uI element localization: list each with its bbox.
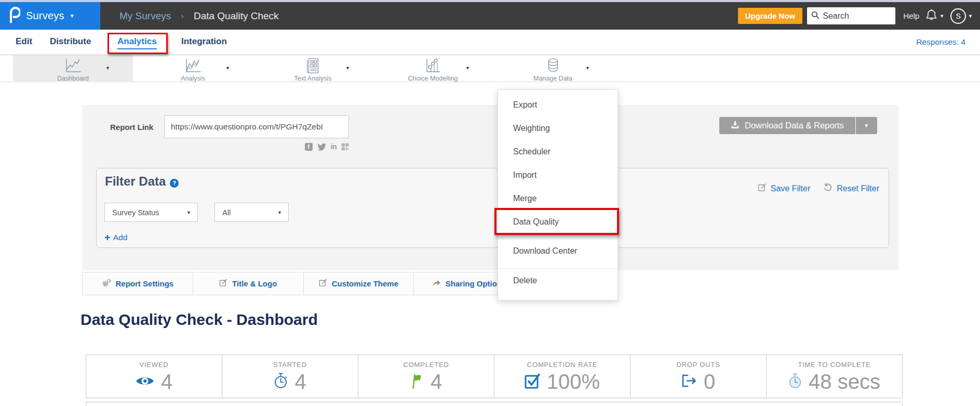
save-filter-label: Save Filter [771, 184, 810, 193]
survey-stats-row: VIEWED 4 STARTED [86, 355, 903, 398]
toolbar-item-text-analysis[interactable]: ▼ Text Analysis [253, 55, 373, 82]
linkedin-icon[interactable]: in [331, 142, 337, 151]
settings-item-label: Customize Theme [332, 279, 398, 288]
menu-item-weighting[interactable]: Weighting [498, 116, 617, 140]
responses-count[interactable]: Responses: 4 [916, 37, 965, 47]
settings-item-label: Title & Logo [232, 279, 277, 288]
stat-time-to-complete: TIME TO COMPLETE 48 secs [767, 355, 902, 398]
report-link-label: Report Link [110, 123, 153, 132]
breadcrumb-my-surveys[interactable]: My Surveys [119, 10, 171, 22]
tab-analytics[interactable]: Analytics [117, 36, 157, 49]
manage-data-menu: Export Weighting Scheduler Import Merge … [498, 89, 618, 300]
edit-pencil-icon [219, 279, 227, 289]
menu-item-delete[interactable]: Delete [498, 269, 617, 293]
notifications-menu[interactable]: ▼ [926, 9, 944, 23]
filter-actions: Save Filter Reset Filter [758, 183, 879, 194]
product-menu[interactable]: Surveys ▼ [0, 2, 100, 30]
help-link[interactable]: Help [903, 11, 919, 20]
exit-arrow-icon [681, 374, 697, 390]
settings-item-label: Sharing Options [446, 279, 506, 288]
checkbox-checked-icon [525, 373, 540, 391]
stat-value: 4 [161, 370, 172, 394]
account-menu[interactable]: S ▼ [950, 8, 973, 24]
customize-theme-button[interactable]: Customize Theme [304, 272, 414, 295]
eye-icon [136, 375, 154, 389]
survey-tab-bar: Edit Distribute Analytics Integration Re… [0, 30, 980, 55]
reset-filter-label: Reset Filter [837, 184, 879, 193]
flag-icon [410, 373, 424, 391]
reset-filter-button[interactable]: Reset Filter [824, 183, 879, 194]
tab-edit[interactable]: Edit [16, 36, 32, 47]
menu-item-import[interactable]: Import [498, 163, 617, 187]
chevron-down-icon[interactable]: ▼ [585, 66, 590, 71]
share-arrow-icon [432, 279, 441, 289]
menu-item-export[interactable]: Export [498, 93, 617, 116]
plus-icon: + [104, 233, 111, 242]
filter-field-dropdown[interactable]: Survey Status ▼ [104, 203, 198, 222]
search-box[interactable] [807, 7, 895, 24]
download-icon [731, 121, 740, 131]
chevron-down-icon: ▼ [277, 210, 282, 215]
menu-item-scheduler[interactable]: Scheduler [498, 140, 617, 163]
stat-value: 100% [547, 370, 600, 394]
breadcrumb: My Surveys › Data Quality Check [119, 2, 279, 30]
facebook-icon[interactable]: f [305, 143, 313, 151]
stat-label: COMPLETION RATE [527, 361, 597, 369]
questionpro-analytics-screen: Surveys ▼ My Surveys › Data Quality Chec… [0, 0, 980, 406]
stat-viewed: VIEWED 4 [86, 355, 222, 398]
stopwatch-icon [274, 373, 288, 391]
menu-item-download-center[interactable]: Download Center [498, 239, 617, 263]
tab-integration[interactable]: Integration [181, 36, 227, 47]
top-navigation-bar: Surveys ▼ My Surveys › Data Quality Chec… [0, 2, 980, 30]
download-button-label: Download Data & Reports [745, 121, 844, 130]
report-settings-bar: Report Settings Title & Logo Customize T… [82, 272, 525, 295]
reset-undo-icon [824, 183, 833, 194]
questionpro-logo-icon [8, 7, 20, 25]
report-link-input[interactable] [164, 115, 349, 138]
stat-value: 4 [431, 370, 442, 394]
report-settings-button[interactable]: Report Settings [83, 272, 193, 295]
chevron-down-icon: ▼ [939, 14, 944, 19]
filter-field-value: Survey Status [112, 208, 159, 217]
menu-item-merge[interactable]: Merge [498, 187, 617, 210]
toolbar-item-label: Dashboard [57, 75, 89, 82]
stat-drop-outs: DROP OUTS 0 [630, 355, 767, 398]
save-filter-button[interactable]: Save Filter [758, 183, 810, 194]
stat-value: 0 [704, 370, 715, 394]
database-icon [546, 58, 560, 74]
stat-label: VIEWED [139, 361, 168, 369]
chevron-down-icon[interactable]: ▼ [105, 66, 110, 71]
toolbar-item-analysis[interactable]: ▼ Analysis [133, 55, 253, 82]
chevron-down-icon[interactable]: ▼ [345, 66, 350, 71]
upgrade-now-button[interactable]: Upgrade Now [738, 8, 803, 24]
filter-data-panel: Filter Data ? Survey Status ▼ All ▼ + Ad… [96, 168, 889, 248]
toolbar-item-choice-modelling[interactable]: ▼ Choice Modelling [373, 55, 493, 82]
toolbar-item-manage-data[interactable]: ▼ Manage Data [493, 55, 613, 82]
filter-value-dropdown[interactable]: All ▼ [214, 203, 289, 222]
help-circle-icon[interactable]: ? [170, 179, 179, 188]
menu-item-data-quality[interactable]: Data Quality [498, 210, 617, 233]
toolbar-item-label: Choice Modelling [408, 75, 458, 82]
tab-distribute[interactable]: Distribute [50, 36, 91, 47]
stat-label: TIME TO COMPLETE [798, 361, 870, 369]
bubble-trend-icon [424, 58, 442, 74]
chevron-down-icon[interactable]: ▼ [225, 66, 230, 71]
add-filter-button[interactable]: + Add [104, 233, 127, 242]
download-data-reports-button[interactable]: Download Data & Reports [719, 117, 856, 134]
search-input[interactable] [823, 11, 889, 21]
download-options-caret-button[interactable]: ▼ [856, 117, 877, 134]
edit-pencil-icon [758, 183, 767, 194]
stat-completion-rate: COMPLETION RATE 100% [494, 355, 630, 398]
breadcrumb-separator: › [181, 11, 184, 21]
toolbar-item-dashboard[interactable]: ▼ Dashboard [13, 55, 133, 82]
chevron-down-icon[interactable]: ▼ [465, 66, 470, 71]
twitter-icon[interactable] [317, 143, 326, 151]
toolbar-item-label: Manage Data [533, 75, 572, 82]
product-menu-label: Surveys [26, 10, 64, 22]
trend-lines-icon [184, 58, 203, 74]
stat-started: STARTED 4 [222, 355, 358, 398]
title-logo-button[interactable]: Title & Logo [193, 272, 304, 295]
qr-code-icon[interactable] [341, 143, 349, 151]
toolbar-item-label: Text Analysis [294, 75, 331, 82]
stat-value: 48 secs [809, 370, 880, 394]
